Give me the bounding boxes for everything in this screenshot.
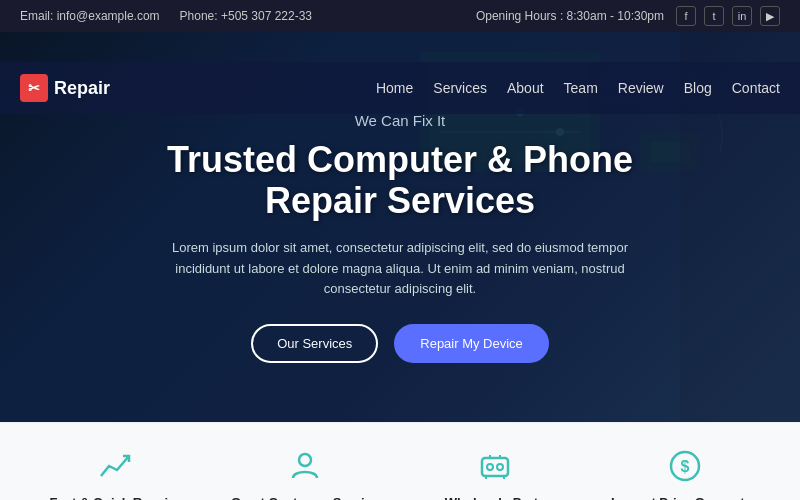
svg-text:$: $ (681, 458, 690, 475)
top-bar: Email: info@example.com Phone: +505 307 … (0, 0, 800, 32)
wholesale-parts-label: Wholesale Parts (445, 495, 545, 500)
email-label: Email: info@example.com (20, 9, 160, 23)
svg-point-16 (487, 464, 493, 470)
nav-review[interactable]: Review (618, 80, 664, 96)
customer-service-icon (284, 445, 326, 487)
nav-contact[interactable]: Contact (732, 80, 780, 96)
nav-links: Home Services About Team Review Blog Con… (376, 80, 780, 96)
features-section: Fast & Quick Repairs Great Customer Serv… (0, 422, 800, 500)
hero-subtitle: We Can Fix It (0, 112, 800, 129)
social-icons: f t in ▶ (676, 6, 780, 26)
feature-fast-repairs: Fast & Quick Repairs (20, 445, 210, 500)
youtube-icon[interactable]: ▶ (760, 6, 780, 26)
repair-device-button[interactable]: Repair My Device (394, 324, 549, 363)
our-services-button[interactable]: Our Services (251, 324, 378, 363)
feature-lowest-price: $ Lowest Price Guarantee (590, 445, 780, 500)
wholesale-parts-icon (474, 445, 516, 487)
facebook-icon[interactable]: f (676, 6, 696, 26)
feature-wholesale-parts: Wholesale Parts (400, 445, 590, 500)
svg-point-14 (299, 454, 311, 466)
top-bar-contact: Email: info@example.com Phone: +505 307 … (20, 9, 312, 23)
fast-repairs-icon (94, 445, 136, 487)
hero-title: Trusted Computer & Phone Repair Services (0, 139, 800, 222)
top-bar-right: Opening Hours : 8:30am - 10:30pm f t in … (476, 6, 780, 26)
svg-point-17 (497, 464, 503, 470)
navbar: ✂ Repair Home Services About Team Review… (0, 62, 800, 114)
hero-title-line2: Repair Services (265, 180, 535, 221)
logo[interactable]: ✂ Repair (20, 74, 110, 102)
linkedin-icon[interactable]: in (732, 6, 752, 26)
logo-text: Repair (54, 78, 110, 99)
hero-section: ✂ Repair Home Services About Team Review… (0, 32, 800, 422)
lowest-price-icon: $ (664, 445, 706, 487)
feature-customer-service: Great Customer Service (210, 445, 400, 500)
phone-label: Phone: +505 307 222-33 (180, 9, 312, 23)
nav-home[interactable]: Home (376, 80, 413, 96)
twitter-icon[interactable]: t (704, 6, 724, 26)
logo-icon: ✂ (20, 74, 48, 102)
svg-rect-15 (482, 458, 508, 476)
fast-repairs-label: Fast & Quick Repairs (50, 495, 181, 500)
customer-service-label: Great Customer Service (231, 495, 379, 500)
nav-blog[interactable]: Blog (684, 80, 712, 96)
nav-team[interactable]: Team (564, 80, 598, 96)
hero-description: Lorem ipsum dolor sit amet, consectetur … (150, 238, 650, 300)
nav-about[interactable]: About (507, 80, 544, 96)
nav-services[interactable]: Services (433, 80, 487, 96)
hours-label: Opening Hours : 8:30am - 10:30pm (476, 9, 664, 23)
lowest-price-label: Lowest Price Guarantee (611, 495, 759, 500)
hero-buttons: Our Services Repair My Device (0, 324, 800, 363)
hero-title-line1: Trusted Computer & Phone (167, 139, 633, 180)
